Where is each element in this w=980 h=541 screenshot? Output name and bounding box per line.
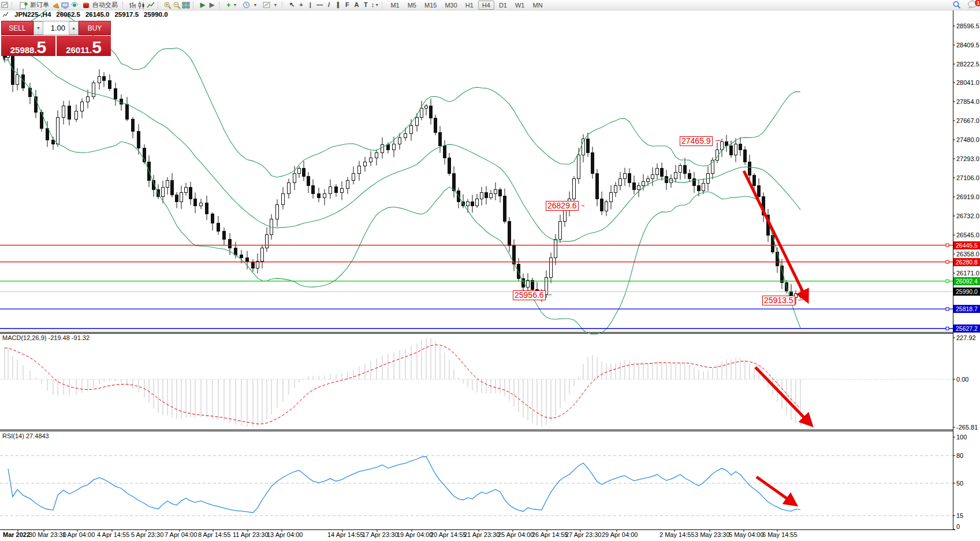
zoom-in-icon[interactable] bbox=[163, 1, 172, 9]
candle-body bbox=[744, 150, 747, 162]
toolbar-separator bbox=[122, 2, 126, 9]
candle-body bbox=[730, 146, 733, 155]
buy-button[interactable]: BUY bbox=[79, 21, 111, 35]
candle-body bbox=[444, 146, 446, 158]
buy-price[interactable]: 26011 . 5 bbox=[57, 36, 111, 56]
volume-increase-button[interactable]: ▲ bbox=[69, 21, 79, 35]
line-chart-icon[interactable] bbox=[146, 1, 155, 9]
bollinger-lower-band[interactable] bbox=[5, 60, 800, 334]
volume-input[interactable]: 1.00 bbox=[43, 21, 69, 35]
vertical-line-tool[interactable]: | bbox=[305, 1, 315, 9]
candle-body bbox=[425, 106, 428, 109]
periods-dropdown[interactable]: ▼ bbox=[240, 1, 260, 10]
timeframe-button-h4[interactable]: H4 bbox=[478, 1, 494, 10]
autoscroll-icon[interactable]: ▶ bbox=[198, 1, 207, 9]
equidistant-channel-tool[interactable]: ∥ bbox=[333, 1, 342, 9]
text-tool[interactable]: A bbox=[352, 1, 361, 9]
rsi-label: RSI(14) 27.4843 bbox=[2, 432, 49, 439]
mt4-window: 新订单 自动交易 bbox=[0, 0, 980, 541]
price-annotation[interactable]: 26829.6 bbox=[546, 201, 579, 211]
toolbar-separator bbox=[193, 2, 196, 9]
trend-arrow[interactable] bbox=[757, 477, 792, 502]
candle-body bbox=[490, 194, 493, 198]
main-toolbar: 新订单 自动交易 bbox=[0, 0, 980, 10]
price-annotation[interactable]: 25913.5 bbox=[762, 296, 795, 305]
candle-body bbox=[375, 153, 378, 158]
fibonacci-retracement-tool[interactable]: F bbox=[342, 1, 352, 9]
y-axis-label: 27480.0 bbox=[956, 136, 979, 143]
cursor-tool[interactable]: ↖ bbox=[287, 1, 296, 9]
candle-body bbox=[554, 240, 557, 258]
timeframe-button-m15[interactable]: M15 bbox=[421, 1, 440, 9]
time-axis-label: 4 Apr 14:55 bbox=[97, 531, 129, 538]
notifications-button[interactable]: 1 bbox=[967, 0, 978, 10]
candle-body bbox=[531, 281, 534, 290]
candle-body bbox=[370, 158, 372, 162]
line-handle[interactable] bbox=[946, 244, 949, 247]
line-handle[interactable] bbox=[946, 308, 949, 311]
candle-body bbox=[57, 117, 59, 144]
candle-body bbox=[739, 144, 742, 150]
candle-body bbox=[132, 120, 135, 132]
crosshair-tool[interactable]: + bbox=[296, 1, 305, 9]
candle-body bbox=[120, 99, 123, 104]
line-handle[interactable] bbox=[946, 279, 949, 282]
text-label-tool[interactable]: T bbox=[361, 1, 370, 9]
line-handle[interactable] bbox=[946, 260, 949, 263]
horizontal-line-tool[interactable]: — bbox=[315, 1, 324, 9]
templates-dropdown[interactable]: ▼ bbox=[259, 1, 280, 10]
timeframe-button-m5[interactable]: M5 bbox=[404, 1, 420, 9]
timeframe-button-w1[interactable]: W1 bbox=[512, 1, 528, 9]
trend-arrow[interactable] bbox=[744, 171, 806, 297]
price-badge: 26092.4 bbox=[953, 277, 980, 285]
chart-shift-icon[interactable]: ▶ bbox=[207, 1, 217, 9]
chart-canvas[interactable] bbox=[0, 0, 980, 541]
time-axis-label: 20 Apr 14:55 bbox=[430, 531, 466, 538]
ohlc-high: 26145.0 bbox=[85, 11, 110, 18]
one-click-collapse-icon[interactable]: ▼ bbox=[2, 57, 6, 62]
new-order-button[interactable]: 新订单 bbox=[17, 1, 51, 10]
time-axis-label: 2 May 14:55 bbox=[659, 531, 695, 538]
toolbar-separator bbox=[219, 2, 222, 9]
candle-body bbox=[517, 264, 520, 278]
autotrading-button[interactable]: 自动交易 bbox=[79, 1, 120, 10]
candlestick-chart-icon[interactable] bbox=[137, 1, 146, 9]
time-axis-label: 14 Apr 14:55 bbox=[327, 531, 363, 538]
bar-chart-icon[interactable] bbox=[128, 1, 137, 9]
bollinger-upper-band[interactable] bbox=[5, 8, 800, 177]
signals-icon[interactable] bbox=[70, 1, 79, 9]
candle-body bbox=[92, 83, 95, 97]
time-axis-label: 6 May 14:55 bbox=[762, 531, 798, 538]
y-axis-label: 28041.0 bbox=[956, 79, 979, 86]
timeframe-button-d1[interactable]: D1 bbox=[495, 1, 511, 9]
terminal-icon[interactable] bbox=[61, 1, 70, 9]
price-annotation[interactable]: 25956.6 bbox=[513, 290, 546, 300]
candle-body bbox=[335, 186, 338, 193]
zoom-out-icon[interactable] bbox=[172, 1, 181, 9]
candle-body bbox=[346, 181, 349, 189]
arrow-objects-tool[interactable]: ↕▼ bbox=[370, 1, 379, 9]
search-icon[interactable] bbox=[952, 1, 962, 9]
trendline-tool[interactable]: / bbox=[324, 1, 333, 9]
sell-price-main: 25988 bbox=[10, 46, 35, 54]
macd-name: MACD(12,26,9) bbox=[2, 334, 46, 341]
time-axis-label: 13 Apr 04:00 bbox=[267, 531, 303, 538]
candle-body bbox=[485, 193, 488, 198]
timeframe-button-mn[interactable]: MN bbox=[529, 1, 546, 9]
timeframe-button-m30[interactable]: M30 bbox=[441, 1, 460, 9]
sell-button[interactable]: SELL bbox=[1, 21, 33, 35]
candle-body bbox=[206, 203, 208, 214]
candle-body bbox=[504, 196, 506, 221]
timeframe-button-m1[interactable]: M1 bbox=[387, 1, 403, 9]
indicators-dropdown[interactable]: +▼ bbox=[224, 1, 240, 10]
candle-body bbox=[266, 234, 269, 248]
candle-body bbox=[364, 162, 367, 166]
megaphone-icon[interactable] bbox=[51, 1, 61, 9]
timeframe-button-h1[interactable]: H1 bbox=[462, 1, 477, 9]
sell-price[interactable]: 25988 . 5 bbox=[1, 36, 55, 56]
candle-body bbox=[647, 178, 650, 181]
tile-windows-icon[interactable] bbox=[181, 1, 191, 9]
price-annotation[interactable]: 27465.9 bbox=[680, 136, 713, 146]
line-handle[interactable] bbox=[946, 327, 949, 330]
volume-decrease-button[interactable]: ▼ bbox=[33, 21, 43, 35]
